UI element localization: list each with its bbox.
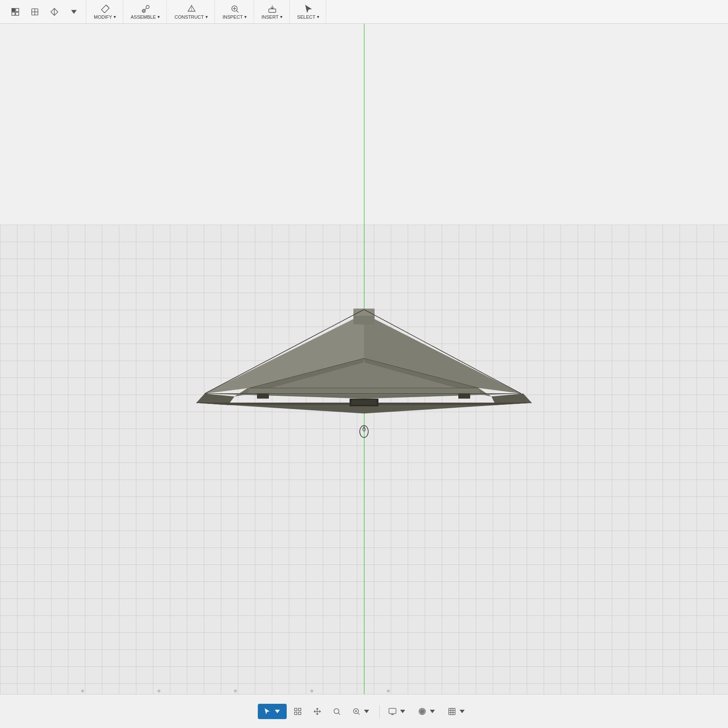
toolbar-icon-2[interactable] [25,6,44,18]
statusbar [0,694,728,728]
toolbar-icon-1[interactable] [6,6,25,18]
zoom-arrow-icon [362,707,371,716]
modify-label: MODIFY ▼ [94,14,117,20]
render-button[interactable] [414,705,441,718]
insert-arrow: ▼ [279,15,283,19]
toolbar-left-icons [3,0,86,23]
grid-toggle-button[interactable] [443,705,471,718]
inspect-arrow: ▼ [244,15,248,19]
toolbar-group-assemble: ASSEMBLE ▼ [125,0,167,23]
model-notch-right [458,394,470,399]
model-front-slot-inner [351,400,377,405]
select-label: SELECT ▼ [297,14,320,20]
zoom-button[interactable] [348,705,375,718]
construct-arrow: ▼ [205,15,209,19]
display-arrow-icon [398,707,407,716]
mouse-cursor-icon [358,425,370,438]
toolbar-group-construct: CONSTRUCT ▼ [169,0,215,23]
select-button[interactable]: SELECT ▼ [294,3,324,21]
cursor-mode-icon [263,707,271,716]
inspect-label: INSPECT ▼ [223,14,248,20]
svg-point-27 [334,708,339,714]
cursor-mode-arrow [273,707,282,716]
svg-rect-18 [269,9,276,12]
scale-marker-3: ⊕ [234,688,237,693]
render-icon [418,707,426,716]
select-arrow: ▼ [316,15,320,19]
svg-rect-33 [389,708,396,714]
display-button[interactable] [384,705,411,718]
toolbar-group-modify: MODIFY ▼ [88,0,123,23]
grid-icon [448,707,456,716]
toolbar-icon-3[interactable] [45,6,64,18]
snap-button[interactable] [289,705,306,718]
svg-point-9 [142,9,145,12]
svg-rect-3 [16,12,19,15]
scale-marker-4: ⊕ [310,688,313,693]
3d-model-svg [173,288,555,424]
svg-line-11 [145,8,147,10]
main-toolbar: MODIFY ▼ ASSEMBLE ▼ CONSTRU [0,0,728,24]
assemble-arrow: ▼ [157,15,161,19]
svg-rect-0 [12,8,15,11]
svg-rect-26 [298,712,301,714]
modify-arrow: ▼ [113,15,117,19]
assemble-button[interactable]: ASSEMBLE ▼ [127,3,164,21]
assemble-label: ASSEMBLE ▼ [131,14,161,20]
svg-rect-23 [294,708,297,711]
pan-button[interactable] [309,705,326,718]
insert-button[interactable]: INSERT ▼ [258,3,287,21]
scale-marker-2: ⊕ [157,688,161,693]
svg-rect-1 [16,8,19,11]
modify-button[interactable]: MODIFY ▼ [90,3,120,21]
construct-label: CONSTRUCT ▼ [175,14,209,20]
snap-icon [293,707,302,716]
svg-rect-24 [298,708,301,711]
svg-rect-2 [12,12,15,15]
svg-line-15 [237,10,239,12]
svg-line-30 [358,713,359,714]
inspect-button[interactable]: INSPECT ▼ [219,3,251,21]
toolbar-group-inspect: INSPECT ▼ [217,0,254,23]
toolbar-group-select: SELECT ▼ [291,0,327,23]
model-apex-rect-front [353,316,375,324]
3d-model-container [173,288,555,424]
toolbar-group-insert: INSERT ▼ [256,0,290,23]
cursor-mode-button[interactable] [258,704,287,719]
insert-label: INSERT ▼ [262,14,283,20]
pan-icon [313,707,322,716]
zoom-icon [352,707,361,716]
svg-point-10 [146,5,149,8]
svg-rect-39 [449,708,455,714]
render-arrow-icon [428,707,437,716]
svg-point-38 [421,710,423,712]
scale-marker-5: ⊕ [387,688,390,693]
cursor-indicator [358,425,370,441]
zoom-fit-button[interactable] [328,705,345,718]
scale-marker-1: ⊕ [81,688,84,693]
model-notch-left [257,394,269,399]
display-icon [388,707,397,716]
construct-button[interactable]: CONSTRUCT ▼ [171,3,212,21]
toolbar-dropdown-arrow[interactable] [65,6,83,18]
viewport[interactable]: ⊕ ⊕ ⊕ ⊕ ⊕ [0,24,728,694]
statusbar-separator-1 [379,705,380,718]
zoom-fit-icon [333,707,341,716]
grid-arrow-icon [458,707,466,716]
svg-rect-25 [294,712,297,714]
svg-line-8 [106,5,109,7]
svg-line-28 [338,713,340,714]
